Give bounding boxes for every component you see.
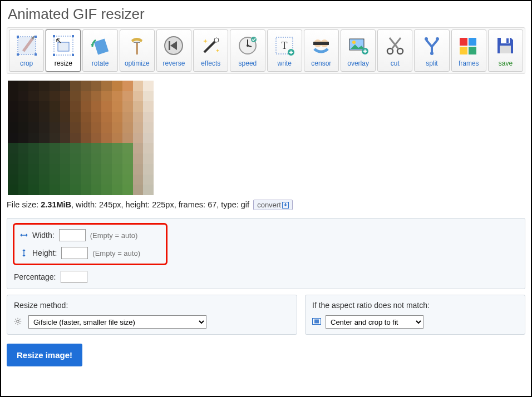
aspect-panel: If the aspect ratio does not match: Cent… (305, 295, 525, 335)
crop-icon (312, 317, 321, 326)
rotate-icon (88, 34, 112, 57)
tool-label: write (277, 59, 291, 67)
cut-icon (383, 34, 407, 57)
percentage-input[interactable] (61, 271, 87, 283)
width-input[interactable] (59, 229, 86, 241)
tool-label: frames (459, 59, 479, 67)
tool-label: censor (311, 59, 331, 67)
save-icon (494, 34, 517, 57)
svg-rect-34 (469, 38, 476, 46)
tool-label: reverse (162, 59, 185, 67)
resize-icon (52, 34, 75, 57)
svg-rect-39 (500, 46, 511, 53)
tool-label: overlay (347, 59, 369, 67)
svg-point-32 (430, 52, 434, 55)
tool-overlay[interactable]: overlay (341, 29, 376, 72)
svg-point-30 (425, 37, 428, 41)
effects-icon (199, 34, 223, 57)
svg-point-29 (397, 48, 403, 54)
svg-point-28 (387, 48, 393, 54)
highlighted-dim-group: Width: (Empty = auto) Height: (Empty = a… (13, 223, 168, 265)
svg-rect-8 (53, 54, 55, 56)
crop-icon (15, 34, 38, 57)
resize-image-button[interactable]: Resize image! (7, 344, 82, 366)
svg-rect-51 (314, 320, 319, 324)
svg-rect-24 (313, 42, 329, 45)
file-info: File size: 2.31MiB, width: 245px, height… (7, 200, 525, 210)
overlay-icon (347, 34, 370, 57)
svg-rect-6 (53, 35, 55, 37)
aspect-select[interactable]: Center and crop to fit (326, 315, 423, 329)
resize-method-select[interactable]: Gifsicle (faster, smaller file size) (28, 315, 206, 329)
tool-optimize[interactable]: optimize (120, 29, 155, 72)
height-input[interactable] (61, 247, 88, 259)
height-label: Height: (32, 249, 57, 257)
convert-button[interactable]: convert (253, 200, 293, 210)
svg-rect-7 (72, 35, 74, 37)
tool-effects[interactable]: effects (193, 29, 228, 72)
svg-line-47 (19, 323, 20, 324)
file-type: gif (241, 200, 249, 209)
tool-resize[interactable]: resize (46, 29, 81, 72)
width-hint: (Empty = auto) (90, 231, 138, 240)
tool-label: effects (201, 59, 220, 67)
tool-label: cut (391, 59, 400, 67)
height-arrow-icon (20, 249, 28, 257)
toolbar: cropresizerotateoptimizereverseeffectssp… (7, 27, 525, 74)
write-icon: T (273, 34, 296, 57)
percentage-label: Percentage: (14, 272, 56, 281)
svg-point-15 (214, 38, 219, 42)
tool-label: crop (20, 59, 33, 67)
svg-point-31 (436, 37, 439, 41)
tool-label: save (499, 59, 513, 67)
download-icon (282, 202, 289, 209)
reverse-icon (162, 34, 185, 57)
svg-rect-1 (17, 36, 19, 38)
tool-crop[interactable]: crop (9, 29, 44, 72)
tool-reverse[interactable]: reverse (156, 29, 191, 72)
svg-rect-3 (17, 53, 19, 56)
frames-icon (457, 34, 480, 57)
gear-icon (14, 317, 22, 327)
tool-speed[interactable]: speed (230, 29, 265, 72)
tool-label: optimize (125, 59, 150, 67)
svg-rect-35 (460, 47, 467, 54)
svg-rect-2 (35, 36, 37, 38)
resize-method-heading: Resize method: (14, 301, 290, 310)
svg-line-46 (16, 319, 16, 319)
svg-line-48 (16, 323, 16, 324)
censor-icon (309, 34, 333, 57)
tool-label: speed (239, 59, 257, 67)
svg-point-26 (352, 41, 356, 44)
file-width: 245px (99, 200, 121, 209)
tool-write[interactable]: Twrite (267, 29, 302, 72)
split-icon (420, 34, 444, 57)
tool-split[interactable]: split (414, 29, 449, 72)
height-hint: (Empty = auto) (92, 249, 140, 257)
tool-cut[interactable]: cut (377, 29, 412, 72)
svg-text:T: T (282, 40, 288, 51)
page-title: Animated GIF resizer (8, 6, 525, 23)
svg-rect-11 (94, 38, 109, 54)
svg-rect-14 (169, 41, 170, 50)
svg-rect-12 (136, 42, 138, 54)
file-height: 225px (152, 200, 174, 209)
preview-image (7, 80, 155, 196)
svg-point-41 (17, 320, 19, 322)
svg-rect-38 (506, 38, 509, 43)
svg-rect-4 (35, 53, 37, 56)
tool-censor[interactable]: censor (304, 29, 339, 72)
tool-label: resize (55, 59, 72, 67)
optimize-icon (125, 34, 149, 57)
speed-icon (236, 34, 259, 57)
tool-rotate[interactable]: rotate (82, 29, 117, 72)
svg-rect-9 (72, 54, 74, 56)
tool-save[interactable]: save (488, 29, 523, 72)
svg-rect-36 (469, 47, 476, 54)
file-frames: 67 (208, 200, 216, 209)
tool-label: split (426, 59, 437, 67)
file-size-label: File size: (7, 200, 41, 209)
resize-method-panel: Resize method: Gifsicle (faster, smaller… (7, 295, 297, 335)
svg-line-49 (19, 319, 20, 319)
tool-frames[interactable]: frames (451, 29, 486, 72)
